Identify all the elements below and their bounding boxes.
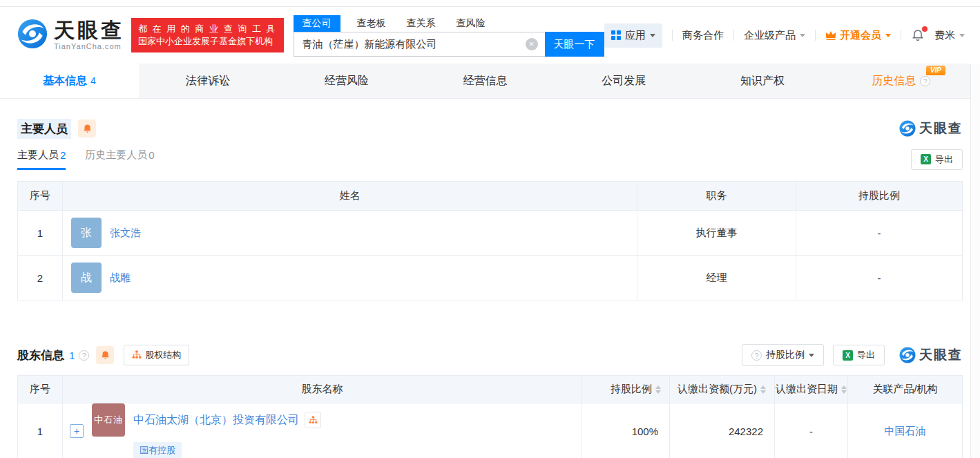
- people-tab-current[interactable]: 主要人员 2: [17, 149, 66, 170]
- equity-chart-button[interactable]: [305, 412, 321, 428]
- sort-icon[interactable]: [655, 385, 661, 394]
- search-tab-risk[interactable]: 查风险: [457, 15, 486, 32]
- person-position: 执行董事: [637, 211, 796, 256]
- sort-icon[interactable]: [760, 385, 766, 394]
- tab-intellectual-property[interactable]: 知识产权: [693, 64, 832, 98]
- notification-bell-icon[interactable]: [911, 28, 925, 42]
- export-button[interactable]: X 导出: [911, 149, 963, 170]
- nav-business-cooperation[interactable]: 商务合作: [682, 29, 724, 42]
- row-index: 1: [18, 403, 63, 458]
- divider: [901, 30, 901, 41]
- apps-grid-icon: [611, 30, 621, 40]
- apps-menu[interactable]: 应用: [604, 23, 662, 48]
- search-tabs: 查公司 查老板 查关系 查风险: [294, 14, 604, 32]
- clear-icon[interactable]: ×: [526, 38, 538, 50]
- chevron-down-icon: [650, 34, 655, 37]
- shareholders-section-title: 股东信息: [17, 347, 64, 363]
- tab-operation-info[interactable]: 经营信息: [416, 64, 555, 98]
- col-related: 关联产品/机构: [848, 376, 963, 403]
- logo-swirl-icon: [17, 19, 48, 52]
- col-amount[interactable]: 认缴出资额(万元): [670, 376, 775, 403]
- col-ratio[interactable]: 持股比例: [582, 376, 670, 403]
- tab-history-info[interactable]: VIP 历史信息 ?: [832, 64, 970, 98]
- expand-button[interactable]: +: [70, 424, 84, 438]
- chevron-down-icon: [885, 34, 891, 37]
- tab-company-development[interactable]: 公司发展: [555, 64, 693, 98]
- logo-title: 天眼查: [54, 20, 124, 41]
- excel-icon: X: [921, 154, 931, 164]
- search-button[interactable]: 天眼一下: [545, 32, 604, 57]
- shareholder-amount: 242322: [670, 403, 775, 458]
- user-menu[interactable]: 费米: [934, 29, 965, 42]
- table-header-row: 序号 姓名 职务 持股比例: [18, 182, 963, 211]
- tab-count: 2: [60, 149, 66, 161]
- site-header: 天眼查 TianYanCha.com 都 在 用 的 商 业 查 询 工 具 国…: [0, 7, 970, 64]
- nav-open-vip[interactable]: 开通会员: [825, 29, 891, 42]
- shareholders-table: 序号 股东名称 持股比例 认缴出资额(万元) 认缴出资日期 关联产品/机构 1 …: [17, 375, 963, 458]
- ratio-dropdown-button[interactable]: ? 持股比例: [742, 344, 824, 366]
- col-shareholder-name: 股东名称: [63, 376, 582, 403]
- tab-legal-proceedings[interactable]: 法律诉讼: [139, 64, 278, 98]
- notification-dot: [922, 26, 928, 32]
- scrollbar[interactable]: [970, 64, 980, 458]
- row-index: 1: [18, 211, 63, 256]
- search-tab-boss[interactable]: 查老板: [357, 15, 386, 32]
- org-chart-icon: [132, 350, 142, 360]
- subscribe-bell-icon[interactable]: [78, 120, 96, 137]
- search-tab-relation[interactable]: 查关系: [407, 15, 436, 32]
- sort-icon[interactable]: [841, 385, 847, 394]
- people-section: 主要人员: [17, 118, 963, 300]
- export-button[interactable]: X 导出: [833, 345, 885, 365]
- row-index: 2: [18, 256, 63, 300]
- slogan-line1: 都 在 用 的 商 业 查 询 工 具: [138, 23, 277, 35]
- chevron-down-icon: [959, 34, 965, 37]
- people-table: 序号 姓名 职务 持股比例 1 张 张文浩: [17, 181, 963, 300]
- people-tab-history[interactable]: 历史主要人员 0: [85, 149, 154, 170]
- subscribe-bell-icon[interactable]: [96, 346, 114, 364]
- shareholder-name-link[interactable]: 中石油太湖（北京）投资有限公司: [133, 413, 299, 428]
- tianyancha-logo[interactable]: 天眼查 TianYanCha.com: [17, 19, 124, 52]
- tab-count: 0: [148, 149, 154, 161]
- search-input[interactable]: [294, 32, 545, 57]
- tianyancha-watermark: 天眼查: [899, 120, 963, 137]
- tab-basic-info[interactable]: 基本信息 4: [0, 64, 139, 98]
- search-tab-company[interactable]: 查公司: [294, 15, 340, 32]
- main-tab-bar: 基本信息 4 法律诉讼 经营风险 经营信息 公司发展 知识产权 VIP 历史信息…: [0, 64, 970, 99]
- tab-count: 4: [90, 75, 96, 86]
- nav-enterprise-products[interactable]: 企业级产品: [744, 29, 805, 42]
- col-ratio: 持股比例: [796, 182, 963, 211]
- help-icon[interactable]: ?: [79, 350, 89, 361]
- col-position: 职务: [637, 182, 796, 211]
- person-name-link[interactable]: 张文浩: [110, 227, 141, 240]
- person-name-link[interactable]: 战雕: [110, 271, 131, 285]
- table-header-row: 序号 股东名称 持股比例 认缴出资额(万元) 认缴出资日期 关联产品/机构: [18, 376, 963, 403]
- tianyancha-watermark: 天眼查: [899, 346, 963, 364]
- avatar[interactable]: 战: [71, 263, 102, 293]
- logo-domain: TianYanCha.com: [54, 42, 124, 50]
- crown-icon: [825, 30, 836, 40]
- apps-label: 应用: [625, 29, 646, 42]
- tab-operation-risk[interactable]: 经营风险: [277, 64, 416, 98]
- col-index: 序号: [18, 376, 63, 403]
- watermark-swirl-icon: [899, 347, 916, 363]
- search-area: 查公司 查老板 查关系 查风险 × 天眼一下: [294, 14, 604, 57]
- related-product-link[interactable]: 中国石油: [885, 425, 926, 437]
- org-chart-icon: [309, 416, 318, 425]
- main-content: 主要人员: [0, 118, 970, 458]
- watermark-swirl-icon: [899, 120, 916, 137]
- top-strip: [0, 0, 980, 7]
- shareholder-ratio: 100%: [582, 403, 670, 458]
- people-section-title: 主要人员: [17, 119, 71, 139]
- avatar[interactable]: 中石油: [92, 403, 125, 437]
- table-row: 2 战 战雕 经理 -: [18, 256, 963, 300]
- equity-structure-button[interactable]: 股权结构: [124, 345, 189, 365]
- state-owned-tag: 国有控股: [133, 442, 182, 458]
- col-date[interactable]: 认缴出资日期: [775, 376, 848, 403]
- chevron-down-icon: [800, 34, 805, 37]
- table-row: 1 张 张文浩 执行董事 -: [18, 211, 963, 256]
- divider: [733, 30, 734, 41]
- avatar[interactable]: 张: [71, 218, 102, 248]
- vip-badge: VIP: [926, 66, 945, 75]
- table-row: 1 + 中石油 中石油太湖（北京）投资有限公司: [18, 403, 963, 458]
- help-icon[interactable]: ?: [920, 76, 930, 86]
